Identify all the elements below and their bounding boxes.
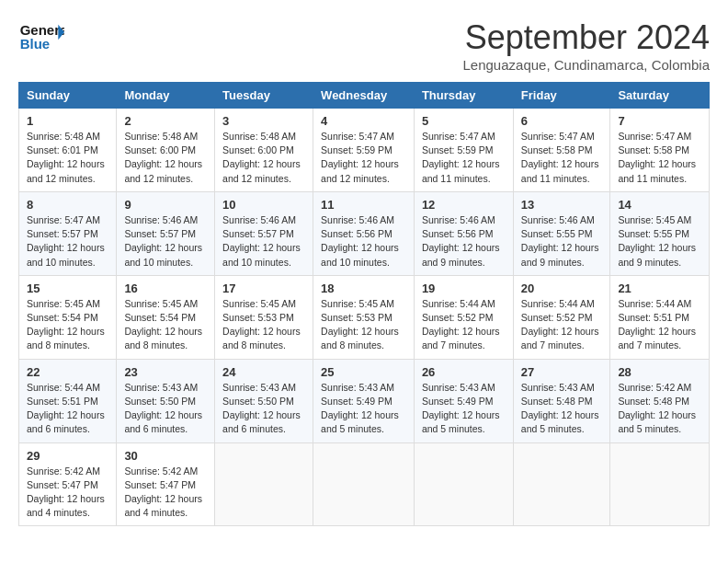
calendar-cell: 20Sunrise: 5:44 AM Sunset: 5:52 PM Dayli… <box>513 275 610 359</box>
calendar-cell: 23Sunrise: 5:43 AM Sunset: 5:50 PM Dayli… <box>117 359 215 442</box>
cell-info: Sunrise: 5:45 AM Sunset: 5:55 PM Dayligh… <box>618 213 701 270</box>
day-number: 27 <box>521 365 603 379</box>
calendar-cell: 1Sunrise: 5:48 AM Sunset: 6:01 PM Daylig… <box>19 109 117 192</box>
calendar-cell: 24Sunrise: 5:43 AM Sunset: 5:50 PM Dayli… <box>215 359 313 442</box>
cell-info: Sunrise: 5:48 AM Sunset: 6:00 PM Dayligh… <box>222 130 305 186</box>
cell-info: Sunrise: 5:45 AM Sunset: 5:53 PM Dayligh… <box>321 297 406 353</box>
week-row-2: 8Sunrise: 5:47 AM Sunset: 5:57 PM Daylig… <box>19 191 710 275</box>
calendar-cell: 12Sunrise: 5:46 AM Sunset: 5:56 PM Dayli… <box>414 191 513 275</box>
calendar-cell: 18Sunrise: 5:45 AM Sunset: 5:53 PM Dayli… <box>313 275 415 359</box>
day-number: 5 <box>422 114 506 128</box>
cell-info: Sunrise: 5:45 AM Sunset: 5:54 PM Dayligh… <box>124 297 207 353</box>
svg-text:Blue: Blue <box>20 36 51 52</box>
day-number: 25 <box>321 365 406 379</box>
calendar-cell: 7Sunrise: 5:47 AM Sunset: 5:58 PM Daylig… <box>610 109 710 192</box>
cell-info: Sunrise: 5:46 AM Sunset: 5:56 PM Dayligh… <box>321 213 406 270</box>
cell-info: Sunrise: 5:45 AM Sunset: 5:53 PM Dayligh… <box>222 297 305 353</box>
cell-info: Sunrise: 5:47 AM Sunset: 5:58 PM Dayligh… <box>618 130 701 186</box>
day-number: 8 <box>27 198 108 212</box>
cell-info: Sunrise: 5:42 AM Sunset: 5:47 PM Dayligh… <box>27 465 108 521</box>
calendar-cell: 8Sunrise: 5:47 AM Sunset: 5:57 PM Daylig… <box>19 191 117 275</box>
calendar-cell: 28Sunrise: 5:42 AM Sunset: 5:48 PM Dayli… <box>610 359 710 442</box>
cell-info: Sunrise: 5:48 AM Sunset: 6:00 PM Dayligh… <box>124 130 207 186</box>
day-number: 22 <box>27 365 108 379</box>
cell-info: Sunrise: 5:47 AM Sunset: 5:58 PM Dayligh… <box>521 130 603 186</box>
day-number: 15 <box>27 282 108 295</box>
cell-info: Sunrise: 5:48 AM Sunset: 6:01 PM Dayligh… <box>27 130 108 186</box>
col-header-monday: Monday <box>117 83 215 109</box>
month-title: September 2024 <box>462 18 710 57</box>
day-number: 24 <box>222 365 305 379</box>
day-number: 14 <box>618 198 701 212</box>
calendar-cell: 22Sunrise: 5:44 AM Sunset: 5:51 PM Dayli… <box>19 359 117 442</box>
day-number: 16 <box>124 282 207 295</box>
cell-info: Sunrise: 5:44 AM Sunset: 5:51 PM Dayligh… <box>27 381 108 437</box>
week-row-5: 29Sunrise: 5:42 AM Sunset: 5:47 PM Dayli… <box>19 442 710 526</box>
col-header-tuesday: Tuesday <box>215 83 313 109</box>
day-number: 9 <box>124 198 207 212</box>
calendar-cell: 11Sunrise: 5:46 AM Sunset: 5:56 PM Dayli… <box>313 191 415 275</box>
cell-info: Sunrise: 5:47 AM Sunset: 5:57 PM Dayligh… <box>27 213 108 270</box>
day-number: 28 <box>618 365 701 379</box>
day-number: 20 <box>521 282 603 295</box>
calendar-cell <box>610 442 710 526</box>
day-number: 21 <box>618 282 701 295</box>
title-section: September 2024 Lenguazaque, Cundinamarca… <box>462 18 710 73</box>
calendar-cell: 4Sunrise: 5:47 AM Sunset: 5:59 PM Daylig… <box>313 109 415 192</box>
week-row-3: 15Sunrise: 5:45 AM Sunset: 5:54 PM Dayli… <box>19 275 710 359</box>
day-number: 19 <box>422 282 506 295</box>
calendar-cell <box>513 442 610 526</box>
calendar-cell: 2Sunrise: 5:48 AM Sunset: 6:00 PM Daylig… <box>117 109 215 192</box>
logo-icon: General Blue <box>18 18 64 55</box>
calendar-cell: 21Sunrise: 5:44 AM Sunset: 5:51 PM Dayli… <box>610 275 710 359</box>
calendar-cell: 3Sunrise: 5:48 AM Sunset: 6:00 PM Daylig… <box>215 109 313 192</box>
calendar-cell: 16Sunrise: 5:45 AM Sunset: 5:54 PM Dayli… <box>117 275 215 359</box>
day-number: 1 <box>27 114 108 128</box>
calendar-cell: 26Sunrise: 5:43 AM Sunset: 5:49 PM Dayli… <box>414 359 513 442</box>
cell-info: Sunrise: 5:43 AM Sunset: 5:49 PM Dayligh… <box>422 381 506 437</box>
col-header-friday: Friday <box>513 83 610 109</box>
day-number: 6 <box>521 114 603 128</box>
calendar-table: SundayMondayTuesdayWednesdayThursdayFrid… <box>18 82 710 526</box>
col-header-thursday: Thursday <box>414 83 513 109</box>
cell-info: Sunrise: 5:46 AM Sunset: 5:55 PM Dayligh… <box>521 213 603 270</box>
day-number: 13 <box>521 198 603 212</box>
day-number: 4 <box>321 114 406 128</box>
calendar-cell: 9Sunrise: 5:46 AM Sunset: 5:57 PM Daylig… <box>117 191 215 275</box>
calendar-cell: 5Sunrise: 5:47 AM Sunset: 5:59 PM Daylig… <box>414 109 513 192</box>
location-subtitle: Lenguazaque, Cundinamarca, Colombia <box>462 57 710 73</box>
cell-info: Sunrise: 5:47 AM Sunset: 5:59 PM Dayligh… <box>422 130 506 186</box>
day-number: 7 <box>618 114 701 128</box>
cell-info: Sunrise: 5:44 AM Sunset: 5:52 PM Dayligh… <box>422 297 506 353</box>
day-number: 2 <box>124 114 207 128</box>
cell-info: Sunrise: 5:44 AM Sunset: 5:52 PM Dayligh… <box>521 297 603 353</box>
calendar-cell: 6Sunrise: 5:47 AM Sunset: 5:58 PM Daylig… <box>513 109 610 192</box>
calendar-cell: 19Sunrise: 5:44 AM Sunset: 5:52 PM Dayli… <box>414 275 513 359</box>
page-header: General Blue September 2024 Lenguazaque,… <box>18 18 710 73</box>
cell-info: Sunrise: 5:43 AM Sunset: 5:48 PM Dayligh… <box>521 381 603 437</box>
day-number: 23 <box>124 365 207 379</box>
calendar-cell: 25Sunrise: 5:43 AM Sunset: 5:49 PM Dayli… <box>313 359 415 442</box>
week-row-1: 1Sunrise: 5:48 AM Sunset: 6:01 PM Daylig… <box>19 109 710 192</box>
calendar-cell: 17Sunrise: 5:45 AM Sunset: 5:53 PM Dayli… <box>215 275 313 359</box>
calendar-cell: 13Sunrise: 5:46 AM Sunset: 5:55 PM Dayli… <box>513 191 610 275</box>
calendar-cell: 14Sunrise: 5:45 AM Sunset: 5:55 PM Dayli… <box>610 191 710 275</box>
col-header-sunday: Sunday <box>19 83 117 109</box>
logo: General Blue <box>18 18 64 55</box>
day-number: 18 <box>321 282 406 295</box>
calendar-cell: 10Sunrise: 5:46 AM Sunset: 5:57 PM Dayli… <box>215 191 313 275</box>
cell-info: Sunrise: 5:43 AM Sunset: 5:50 PM Dayligh… <box>222 381 305 437</box>
day-number: 12 <box>422 198 506 212</box>
calendar-cell: 29Sunrise: 5:42 AM Sunset: 5:47 PM Dayli… <box>19 442 117 526</box>
day-number: 26 <box>422 365 506 379</box>
cell-info: Sunrise: 5:47 AM Sunset: 5:59 PM Dayligh… <box>321 130 406 186</box>
day-number: 29 <box>27 449 108 463</box>
calendar-cell: 27Sunrise: 5:43 AM Sunset: 5:48 PM Dayli… <box>513 359 610 442</box>
cell-info: Sunrise: 5:45 AM Sunset: 5:54 PM Dayligh… <box>27 297 108 353</box>
day-number: 30 <box>124 449 207 463</box>
day-number: 11 <box>321 198 406 212</box>
calendar-cell <box>313 442 415 526</box>
col-header-wednesday: Wednesday <box>313 83 415 109</box>
calendar-cell: 15Sunrise: 5:45 AM Sunset: 5:54 PM Dayli… <box>19 275 117 359</box>
day-number: 3 <box>222 114 305 128</box>
